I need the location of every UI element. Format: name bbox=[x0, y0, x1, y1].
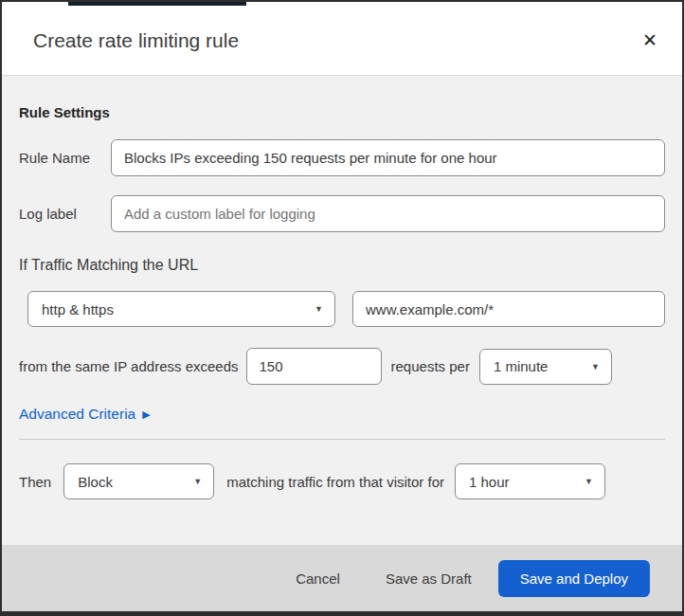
log-label-input[interactable] bbox=[111, 195, 665, 232]
then-action-row: Then Block ▼ matching traffic from that … bbox=[19, 463, 665, 499]
rate-threshold-row: from the same IP address exceeds request… bbox=[19, 348, 665, 385]
modal-body: Rule Settings Rule Name Log label If Tra… bbox=[2, 76, 682, 545]
rate-prefix-text: from the same IP address exceeds bbox=[19, 358, 239, 374]
rate-middle-text: requests per bbox=[391, 358, 470, 374]
period-select-value: 1 minute bbox=[494, 358, 549, 374]
duration-select-value: 1 hour bbox=[469, 474, 510, 490]
cancel-button[interactable]: Cancel bbox=[292, 565, 344, 592]
section-divider bbox=[19, 439, 665, 440]
rule-name-input[interactable] bbox=[111, 139, 665, 176]
modal-screenshot: Create rate limiting rule ✕ Rule Setting… bbox=[0, 0, 684, 616]
rule-settings-heading: Rule Settings bbox=[19, 104, 665, 120]
advanced-criteria-link[interactable]: Advanced Criteria ▶ bbox=[19, 406, 151, 423]
scheme-select-value: http & https bbox=[42, 301, 114, 317]
url-pattern-input[interactable] bbox=[352, 291, 665, 327]
rule-name-row: Rule Name bbox=[19, 139, 665, 176]
url-match-row: http & https ▼ bbox=[27, 291, 665, 327]
traffic-matching-heading: If Traffic Matching the URL bbox=[19, 257, 665, 274]
chevron-down-icon: ▼ bbox=[591, 362, 600, 371]
log-label-row: Log label bbox=[19, 195, 665, 232]
rule-name-label: Rule Name bbox=[19, 150, 111, 166]
background-navbar-sliver bbox=[68, 2, 246, 6]
then-label: Then bbox=[19, 474, 51, 490]
threshold-input[interactable] bbox=[246, 348, 382, 385]
duration-text: matching traffic from that visitor for bbox=[226, 474, 444, 490]
chevron-down-icon: ▼ bbox=[193, 477, 202, 486]
scheme-select[interactable]: http & https ▼ bbox=[27, 291, 335, 327]
action-select[interactable]: Block ▼ bbox=[63, 463, 214, 499]
chevron-down-icon: ▼ bbox=[585, 477, 593, 486]
log-label-label: Log label bbox=[19, 206, 111, 222]
chevron-down-icon: ▼ bbox=[315, 304, 323, 314]
background-page-strip bbox=[2, 2, 682, 6]
period-select[interactable]: 1 minute ▼ bbox=[479, 349, 612, 385]
save-and-deploy-button[interactable]: Save and Deploy bbox=[498, 560, 650, 597]
arrow-right-icon: ▶ bbox=[142, 408, 150, 421]
advanced-criteria-label: Advanced Criteria bbox=[19, 406, 135, 423]
modal-footer: Cancel Save as Draft Save and Deploy bbox=[2, 545, 682, 611]
duration-select[interactable]: 1 hour ▼ bbox=[455, 463, 605, 499]
modal-title: Create rate limiting rule bbox=[33, 29, 239, 52]
save-as-draft-button[interactable]: Save as Draft bbox=[382, 565, 476, 592]
close-icon[interactable]: ✕ bbox=[637, 27, 663, 53]
modal-header: Create rate limiting rule ✕ bbox=[2, 6, 682, 76]
action-select-value: Block bbox=[78, 474, 113, 490]
